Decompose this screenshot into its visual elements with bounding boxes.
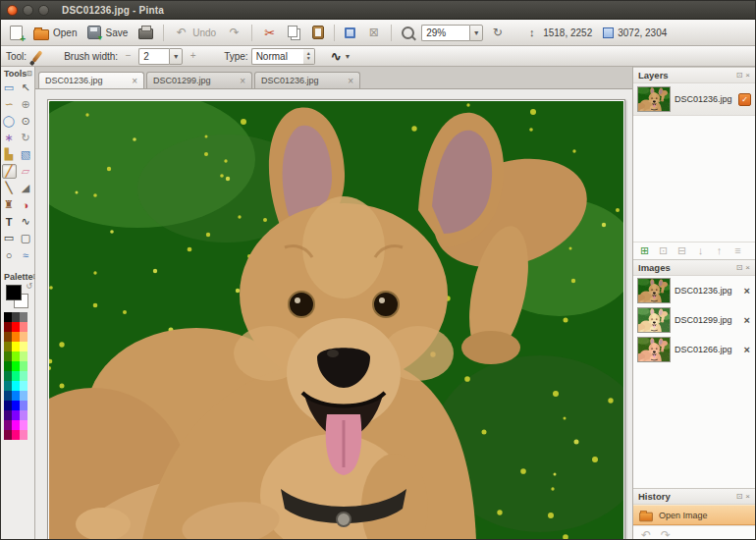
zoom-dropdown-arrow[interactable]: ▼ <box>469 25 483 41</box>
history-item-open-image[interactable]: Open Image <box>633 505 755 525</box>
window-maximize-button[interactable] <box>38 5 49 16</box>
history-dock-restore-icon[interactable]: ⊡ <box>736 492 743 501</box>
tool-rectangle[interactable]: ▭ <box>2 231 17 245</box>
history-undo-icon[interactable]: ↶ <box>641 528 651 540</box>
window-minimize-button[interactable] <box>23 5 33 16</box>
tool-freeform-shape[interactable]: ≈ <box>19 247 33 262</box>
palette-swatch[interactable] <box>4 342 12 351</box>
palette-swatch[interactable] <box>20 351 27 361</box>
palette-swatch[interactable] <box>4 332 12 342</box>
palette-swatch[interactable] <box>4 322 12 332</box>
redo-button[interactable]: ↷ <box>223 24 245 42</box>
print-button[interactable] <box>135 24 157 41</box>
color-swatch-widget[interactable]: ↺ <box>5 285 30 308</box>
palette-swatch[interactable] <box>20 401 27 410</box>
canvas-area[interactable] <box>35 89 632 540</box>
palette-swatch[interactable] <box>12 332 20 342</box>
tool-color-picker[interactable]: ◢ <box>19 181 33 195</box>
palette-swatch[interactable] <box>20 322 27 332</box>
foreground-color-swatch[interactable] <box>6 285 22 300</box>
blend-type-combobox[interactable]: Normal ▲▼ <box>251 48 315 65</box>
curve-icon[interactable]: ∿ <box>331 49 342 64</box>
add-layer-button[interactable]: ⊞ <box>638 244 651 257</box>
tool-zoom[interactable]: ⊙ <box>19 114 33 129</box>
palette-swatch[interactable] <box>4 381 12 391</box>
palette-swatch[interactable] <box>12 342 20 351</box>
tool-recolor[interactable]: ◑ <box>19 197 33 212</box>
brush-width-plus-button[interactable]: + <box>186 49 200 64</box>
zoom-out-button[interactable] <box>398 25 418 41</box>
history-redo-icon[interactable]: ↷ <box>661 528 671 540</box>
palette-swatch[interactable] <box>4 401 12 410</box>
zoom-best-fit-button[interactable]: ↻ <box>486 24 509 42</box>
palette-swatch[interactable] <box>20 371 27 381</box>
copy-button[interactable] <box>284 24 305 42</box>
document-tab-0[interactable]: DSC01236.jpg× <box>38 72 144 88</box>
deselect-button[interactable]: ⊠ <box>362 24 385 42</box>
brush-width-value[interactable]: 2 <box>138 48 169 65</box>
palette-swatch[interactable] <box>4 312 12 322</box>
tool-magic-wand[interactable]: ∗ <box>2 131 17 145</box>
layer-row[interactable]: DSC01236.jpg ✓ <box>633 83 755 116</box>
palette-swatch[interactable] <box>12 410 20 420</box>
palette-swatch[interactable] <box>12 401 20 410</box>
move-layer-up-button[interactable]: ↑ <box>713 244 726 257</box>
palette-swatch[interactable] <box>20 342 27 351</box>
document-tab-1[interactable]: DSC01299.jpg× <box>146 72 252 88</box>
merge-layer-down-button[interactable]: ↓ <box>694 244 707 257</box>
undo-button[interactable]: ↶ Undo <box>170 24 220 42</box>
tool-paintbrush[interactable]: ╱ <box>2 164 17 179</box>
image-canvas[interactable] <box>47 99 625 540</box>
tools-dock-restore-icon[interactable]: ⊡ <box>27 70 32 78</box>
tool-pan[interactable]: ↻ <box>19 131 33 145</box>
tool-rectangle-select[interactable]: ▭ <box>2 81 17 95</box>
zoom-value[interactable]: 29% <box>421 25 469 41</box>
brush-width-minus-button[interactable]: − <box>121 49 135 64</box>
open-button[interactable]: Open <box>29 24 81 42</box>
tool-paint-bucket[interactable]: ▙ <box>2 147 17 162</box>
image-row-2[interactable]: DSC01266.jpg× <box>633 335 755 364</box>
duplicate-layer-button[interactable]: ⊡ <box>657 244 670 257</box>
tool-lasso-select[interactable]: ∽ <box>2 97 17 112</box>
tool-move-selection[interactable]: ⊕ <box>19 97 33 112</box>
palette-swatch[interactable] <box>20 391 27 401</box>
palette-swatch[interactable] <box>20 410 27 420</box>
tool-move-selected[interactable]: ↖ <box>19 81 33 95</box>
palette-swatch[interactable] <box>4 410 12 420</box>
tab-close-icon[interactable]: × <box>348 76 353 86</box>
palette-swatch[interactable] <box>12 381 20 391</box>
delete-layer-button[interactable]: ⊟ <box>675 244 688 257</box>
tool-rounded-rectangle[interactable]: ▢ <box>19 231 33 245</box>
palette-swatch[interactable] <box>12 361 20 371</box>
palette-swatch[interactable] <box>20 332 27 342</box>
tool-gradient[interactable]: ▧ <box>19 147 33 162</box>
history-dock-close-icon[interactable]: × <box>745 492 750 501</box>
blend-type-value[interactable]: Normal <box>251 48 303 65</box>
reset-colors-icon[interactable]: ↺ <box>26 282 32 291</box>
tab-close-icon[interactable]: × <box>132 76 137 86</box>
palette-swatch[interactable] <box>12 371 20 381</box>
tool-line-curve[interactable]: ∿ <box>19 214 33 229</box>
brush-width-spinner[interactable]: 2 ▼ <box>138 48 183 65</box>
tool-ellipse-select[interactable]: ◯ <box>2 114 17 129</box>
palette-swatch[interactable] <box>12 322 20 332</box>
layer-properties-button[interactable]: ≡ <box>731 244 744 257</box>
document-tab-2[interactable]: DSC01236.jpg× <box>254 72 360 88</box>
tool-eraser[interactable]: ▱ <box>19 164 33 179</box>
new-image-button[interactable] <box>6 24 27 42</box>
tool-clone-stamp[interactable]: ♜ <box>2 197 17 212</box>
layer-visibility-checkbox[interactable]: ✓ <box>738 93 751 106</box>
palette-swatch[interactable] <box>4 430 12 440</box>
brush-width-dropdown-arrow[interactable]: ▼ <box>169 48 183 65</box>
cut-button[interactable]: ✂ <box>258 24 281 42</box>
close-image-icon[interactable]: × <box>743 314 751 326</box>
paste-button[interactable] <box>308 24 328 41</box>
layers-dock-restore-icon[interactable]: ⊡ <box>736 71 743 80</box>
tool-ellipse[interactable]: ○ <box>2 247 17 262</box>
palette-swatch[interactable] <box>20 312 27 322</box>
palette-swatch[interactable] <box>20 420 27 430</box>
palette-swatch[interactable] <box>20 430 27 440</box>
close-image-icon[interactable]: × <box>743 285 751 297</box>
images-dock-close-icon[interactable]: × <box>745 263 750 272</box>
zoom-combobox[interactable]: 29% ▼ <box>421 25 483 41</box>
